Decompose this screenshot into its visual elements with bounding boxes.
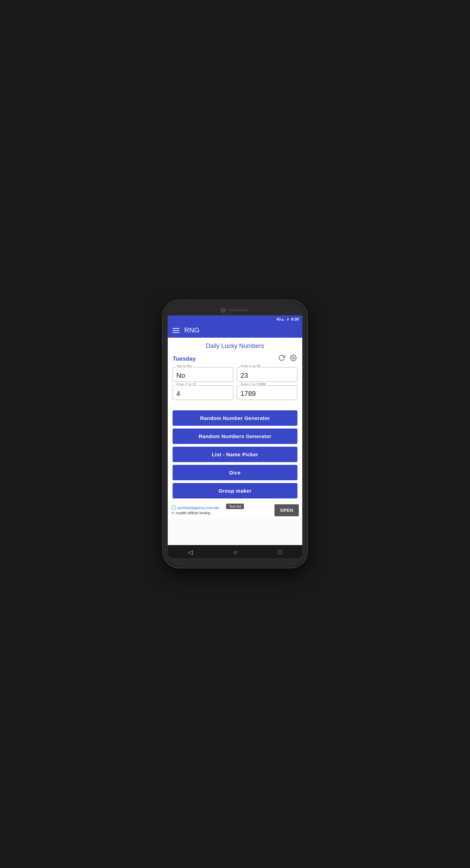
camera	[221, 308, 226, 313]
random-number-generator-button[interactable]: Random Number Generator	[173, 410, 297, 426]
ad-badge: Test Ad	[226, 504, 244, 509]
ad-info: i pocketadagency.now.site ✕ royaltie aff…	[171, 505, 219, 515]
refresh-button[interactable]	[278, 354, 286, 364]
settings-button[interactable]	[289, 354, 297, 364]
phone-bottom-bar	[168, 558, 302, 562]
field-from-1-to-10088: From 1 to 10088 1789	[237, 385, 297, 400]
daily-lucky-title: Daily Lucky Numbers	[173, 342, 297, 350]
ad-text: royaltie affilicte landing	[176, 511, 210, 515]
group-maker-button[interactable]: Group maker	[173, 483, 297, 498]
recent-button[interactable]: □	[278, 549, 282, 556]
field-yes-or-no-label: Yes or No	[176, 364, 193, 368]
home-button[interactable]: ○	[234, 549, 237, 556]
phone-device: 4G▲ ⚡ 8:39 RNG Daily Lucky Numbers Tuesd…	[163, 300, 307, 568]
dice-button[interactable]: Dice	[173, 465, 297, 480]
ad-close-button[interactable]: ✕	[171, 511, 174, 515]
ad-open-button[interactable]: OPEN	[274, 504, 299, 516]
field-from-1-to-49-value: 23	[240, 372, 294, 379]
menu-button[interactable]	[173, 328, 179, 333]
back-button[interactable]: ◁	[188, 548, 193, 556]
random-numbers-generator-button[interactable]: Random Numbers Generator	[173, 429, 297, 444]
phone-top-bar	[168, 306, 302, 315]
field-yes-or-no: Yes or No No	[173, 367, 233, 382]
ad-info-row: i pocketadagency.now.site	[171, 505, 219, 510]
field-from-1-to-49-label: From 1 to 49	[240, 364, 261, 368]
day-label: Tuesday	[173, 355, 196, 362]
day-row: Tuesday	[173, 354, 297, 364]
nav-bar: ◁ ○ □	[168, 545, 302, 558]
buttons-section: Random Number Generator Random Numbers G…	[168, 406, 302, 501]
signal-indicator: 4G▲	[277, 317, 284, 321]
app-title: RNG	[184, 326, 199, 334]
screen: 4G▲ ⚡ 8:39 RNG Daily Lucky Numbers Tuesd…	[168, 315, 302, 558]
field-from-1-to-49: From 1 to 49 23	[237, 367, 297, 382]
field-from-1-to-10088-label: From 1 to 10088	[240, 383, 267, 386]
ad-section: Test Ad i pocketadagency.now.site ✕ roya…	[168, 501, 302, 519]
info-icon[interactable]: i	[171, 505, 176, 510]
ad-close-row: ✕ royaltie affilicte landing	[171, 511, 219, 515]
status-bar: 4G▲ ⚡ 8:39	[168, 315, 302, 323]
list-name-picker-button[interactable]: List - Name Picker	[173, 447, 297, 462]
field-from-1-to-10-value: 4	[176, 390, 230, 398]
svg-point-0	[293, 357, 294, 359]
field-from-1-to-10088-value: 1789	[240, 390, 294, 398]
main-content: Daily Lucky Numbers Tuesday	[168, 338, 302, 545]
field-from-1-to-10: From 1 to 10 4	[173, 385, 233, 400]
daily-lucky-section: Daily Lucky Numbers Tuesday	[168, 338, 302, 406]
fields-grid: Yes or No No From 1 to 49 23 From 1 to 1…	[173, 367, 297, 400]
day-icons	[278, 354, 297, 364]
speaker	[228, 309, 249, 311]
time-display: 8:39	[291, 317, 299, 321]
battery-indicator: ⚡	[286, 317, 290, 321]
app-bar: RNG	[168, 323, 302, 338]
field-from-1-to-10-label: From 1 to 10	[176, 383, 197, 386]
ad-domain: pocketadagency.now.site	[177, 506, 219, 510]
field-yes-or-no-value: No	[176, 372, 230, 379]
